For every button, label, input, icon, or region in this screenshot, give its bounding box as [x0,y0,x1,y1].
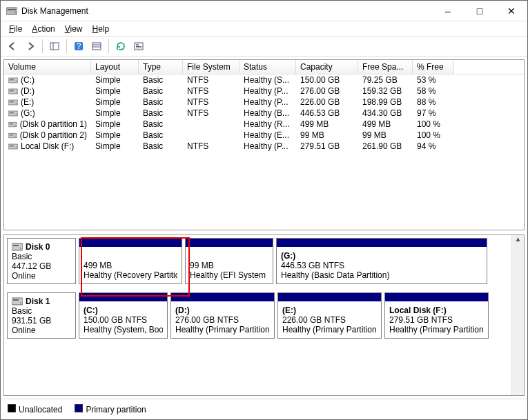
svg-point-19 [16,91,17,92]
svg-rect-30 [10,134,14,135]
volume-row[interactable]: (G:)SimpleBasicNTFSHealthy (B...446.53 G… [4,108,524,119]
properties-button[interactable] [131,39,146,54]
volume-row[interactable]: Local Disk (F:)SimpleBasicNTFSHealthy (P… [4,141,524,152]
disk-header[interactable]: Disk 0Basic447.12 GBOnline [7,238,76,284]
svg-rect-24 [10,112,14,113]
volume-rows: (C:)SimpleBasicNTFSHealthy (S...150.00 G… [4,74,524,230]
disk-header[interactable]: Disk 1Basic931.51 GBOnline [7,292,76,339]
graphical-view: Disk 0Basic447.12 GBOnline 499 MBHealthy… [3,234,525,396]
menubar: File Action View Help [1,21,527,37]
refresh-button[interactable] [113,39,128,54]
app-icon [6,6,17,17]
partition[interactable]: (G:)446.53 GB NTFSHealthy (Basic Data Pa… [276,238,487,284]
content-area: Volume Layout Type File System Status Ca… [1,57,527,399]
svg-rect-0 [6,8,17,14]
col-type[interactable]: Type [139,60,183,74]
svg-rect-18 [10,90,14,91]
col-status[interactable]: Status [239,60,296,74]
col-free[interactable]: Free Spa... [358,60,413,74]
menu-file[interactable]: File [5,23,26,35]
svg-rect-36 [13,245,19,246]
volume-row[interactable]: (Disk 0 partition 1)SimpleBasicHealthy (… [4,119,524,130]
svg-point-31 [14,135,16,137]
col-fs[interactable]: File System [183,60,239,74]
svg-rect-27 [10,123,14,124]
forward-button[interactable] [23,39,38,54]
volume-row[interactable]: (D:)SimpleBasicNTFSHealthy (P...276.00 G… [4,86,524,97]
menu-action[interactable]: Action [28,23,59,35]
svg-rect-21 [10,101,14,102]
volume-row[interactable]: (Disk 0 partition 2)SimpleBasicHealthy (… [4,130,524,141]
menu-view[interactable]: View [61,23,87,35]
partition[interactable]: (C:)150.00 GB NTFSHealthy (System, Boot,… [79,292,168,339]
svg-point-22 [16,102,17,103]
legend-primary: Primary partition [75,404,146,414]
titlebar[interactable]: Disk Management – □ ✕ [1,1,527,21]
help-button[interactable]: ? [71,39,86,54]
svg-rect-12 [136,46,141,47]
disks-container: Disk 0Basic447.12 GBOnline 499 MBHealthy… [7,238,511,392]
svg-point-25 [16,113,17,114]
svg-rect-35 [12,243,23,250]
svg-text:?: ? [77,41,81,51]
volume-row[interactable]: (E:)SimpleBasicNTFSHealthy (P...226.00 G… [4,97,524,108]
column-headers[interactable]: Volume Layout Type File System Status Ca… [4,60,524,74]
menu-help[interactable]: Help [88,23,114,35]
svg-rect-11 [136,44,139,46]
disk-management-window: Disk Management – □ ✕ File Action View H… [0,0,528,420]
settings-list-button[interactable] [89,39,104,54]
svg-rect-1 [8,9,16,10]
legend-unallocated: Unallocated [8,404,62,414]
window-title: Disk Management [21,6,88,16]
volume-row[interactable]: (C:)SimpleBasicNTFSHealthy (S...150.00 G… [4,74,524,86]
partition[interactable]: (D:)276.00 GB NTFSHealthy (Primary Parti… [170,292,275,339]
col-layout[interactable]: Layout [91,60,139,74]
volume-list[interactable]: Volume Layout Type File System Status Ca… [3,59,525,230]
svg-point-2 [14,12,16,13]
col-pct[interactable]: % Free [413,60,454,74]
back-button[interactable] [5,39,20,54]
partition[interactable]: Local Disk (F:)279.51 GB NTFSHealthy (Pr… [384,292,489,339]
svg-rect-39 [13,299,19,301]
svg-rect-3 [50,43,59,50]
legend: Unallocated Primary partition [1,399,527,419]
svg-point-16 [16,80,17,81]
disk-row: Disk 0Basic447.12 GBOnline 499 MBHealthy… [7,238,511,284]
col-capacity[interactable]: Capacity [296,60,358,74]
minimize-button[interactable]: – [432,1,464,21]
svg-rect-33 [10,145,14,146]
close-button[interactable]: ✕ [496,1,527,21]
scroll-up-icon[interactable]: ▲ [512,235,524,248]
svg-rect-15 [10,79,14,80]
svg-point-37 [20,248,21,249]
partition[interactable]: 99 MBHealthy (EFI System Partition) [185,238,273,284]
svg-rect-13 [136,48,141,48]
disk-row: Disk 1Basic931.51 GBOnline(C:)150.00 GB … [7,292,511,339]
svg-point-34 [16,146,17,148]
svg-point-28 [14,124,16,126]
partition[interactable]: (E:)226.00 GB NTFSHealthy (Primary Parti… [277,292,382,339]
toolbar: ? [1,37,527,57]
svg-point-40 [20,302,21,303]
maximize-button[interactable]: □ [464,1,496,21]
show-hide-tree-button[interactable] [47,39,62,54]
svg-rect-7 [92,43,101,50]
scrollbar[interactable]: ▲ [511,235,524,395]
svg-rect-38 [12,298,23,305]
partition[interactable]: 499 MBHealthy (Recovery Partition) [79,238,182,284]
col-volume[interactable]: Volume [4,60,91,74]
